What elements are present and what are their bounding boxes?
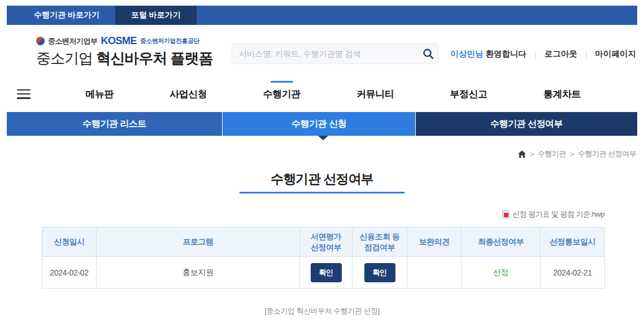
top-quick-bar: 수행기관 바로가기 포털 바로가기	[7, 6, 637, 25]
site-logo[interactable]: 중소벤처기업부 KOSME 중소벤처기업진흥공단 중소기업 혁신바우처 플랫폼	[36, 35, 212, 68]
page-title: 수행기관 선정여부	[0, 170, 644, 188]
breadcrumb: > 수행기관 > 수행기관 선정여부	[518, 149, 636, 159]
cell-doc-review: 확인	[300, 257, 353, 289]
kosme-full-name: 중소벤처기업진흥공단	[140, 37, 199, 45]
nav-item-fraud-report[interactable]: 부정신고	[449, 84, 489, 104]
nav-item-menuboard[interactable]: 메뉴판	[84, 84, 115, 104]
col-header-supplement-opinion: 보완의견	[407, 227, 462, 257]
user-area: 이상민님 환영합니다 | 로그아웃 | 마이페이지	[450, 49, 636, 59]
main-nav: 메뉴판 사업신청 수행기관 커뮤니티 부정신고 통계차트	[17, 83, 582, 105]
divider: |	[534, 50, 537, 59]
cell-supplement-opinion	[407, 257, 462, 289]
ministry-emblem-icon	[36, 37, 45, 45]
hwp-file-icon	[502, 210, 510, 218]
search-box	[232, 44, 438, 64]
logo-top-line: 중소벤처기업부 KOSME 중소벤처기업진흥공단	[36, 35, 212, 47]
nav-item-business-apply[interactable]: 사업신청	[168, 84, 208, 104]
attachment-filename: 선정 평가표 및 평점 기준.hwp	[512, 209, 604, 220]
credit-check-confirm-button[interactable]: 확인	[364, 263, 395, 282]
col-header-apply-date: 신청일시	[42, 227, 97, 257]
search-icon	[423, 48, 434, 59]
col-header-final-selection: 최종선정여부	[462, 227, 541, 257]
subnav-active-pointer-icon	[318, 136, 328, 140]
col-header-doc-review: 서면평가 선정여부	[300, 227, 353, 257]
breadcrumb-selection-status[interactable]: 수행기관 선정여부	[578, 149, 636, 159]
user-name: 이상민님	[450, 49, 483, 59]
selection-status-table: 신청일시 프로그램 서면평가 선정여부 신용조회 등 점검여부 보완의견 최종선…	[42, 227, 604, 289]
breadcrumb-separator: >	[570, 150, 574, 158]
nav-item-statistics[interactable]: 통계차트	[542, 84, 582, 104]
logout-link[interactable]: 로그아웃	[545, 49, 577, 59]
cell-program: 홍보지원	[97, 257, 300, 289]
nav-item-agency-label: 수행기관	[263, 89, 301, 100]
breadcrumb-agency[interactable]: 수행기관	[538, 149, 566, 159]
sub-nav: 수행기관 리스트 수행기관 신청 수행기관 선정여부	[7, 112, 637, 136]
breadcrumb-separator: >	[530, 150, 534, 158]
user-greeting: 환영합니다	[485, 49, 526, 59]
cell-credit-check: 확인	[353, 257, 407, 289]
topbar-tab-portal-shortcut[interactable]: 포털 바로가기	[115, 6, 197, 25]
nav-item-agency[interactable]: 수행기관	[262, 84, 302, 104]
kosme-logo: KOSME	[101, 35, 137, 47]
cell-notify-date: 2024-02-21	[541, 257, 605, 289]
col-header-notify-date: 선정통보일시	[541, 227, 605, 257]
nav-item-community[interactable]: 커뮤니티	[355, 84, 395, 104]
subnav-agency-selection-status[interactable]: 수행기관 선정여부	[416, 112, 637, 136]
mypage-link[interactable]: 마이페이지	[595, 49, 637, 59]
home-icon[interactable]	[518, 150, 526, 158]
attachment-link[interactable]: 선정 평가표 및 평점 기준.hwp	[502, 209, 604, 220]
doc-review-confirm-button[interactable]: 확인	[311, 263, 342, 282]
footer-note: [중소기업 혁신바우처 수행기관 선정]	[0, 306, 644, 316]
divider: |	[585, 50, 588, 59]
ministry-name: 중소벤처기업부	[48, 36, 98, 46]
nav-active-indicator	[271, 81, 293, 83]
cell-final-selection: 선정	[462, 257, 541, 289]
platform-title: 중소기업 혁신바우처 플랫폼	[36, 49, 212, 68]
col-header-program: 프로그램	[97, 227, 300, 257]
search-input[interactable]	[232, 44, 419, 63]
platform-title-normal: 중소기업	[36, 50, 93, 67]
title-underline	[240, 192, 404, 193]
cell-apply-date: 2024-02-02	[42, 257, 97, 289]
subnav-agency-list[interactable]: 수행기관 리스트	[7, 112, 222, 136]
subnav-agency-apply[interactable]: 수행기관 신청	[223, 112, 415, 136]
topbar-tab-agency-shortcut[interactable]: 수행기관 바로가기	[18, 6, 115, 25]
col-header-credit-check: 신용조회 등 점검여부	[353, 227, 407, 257]
platform-title-bold: 혁신바우처 플랫폼	[96, 50, 212, 67]
search-button[interactable]	[419, 44, 438, 63]
page: 수행기관 바로가기 포털 바로가기 중소벤처기업부 KOSME 중소벤처기업진흥…	[0, 0, 644, 327]
hamburger-menu-icon[interactable]	[17, 89, 31, 99]
